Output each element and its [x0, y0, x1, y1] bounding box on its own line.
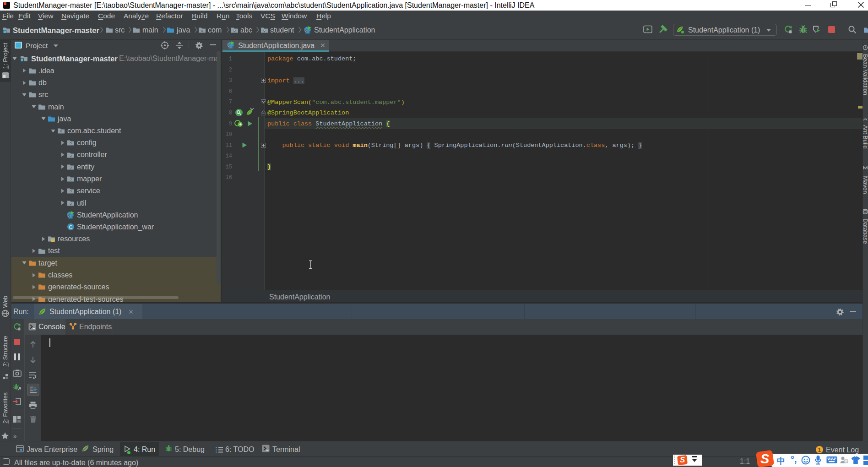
svg-text:C: C — [69, 224, 72, 230]
